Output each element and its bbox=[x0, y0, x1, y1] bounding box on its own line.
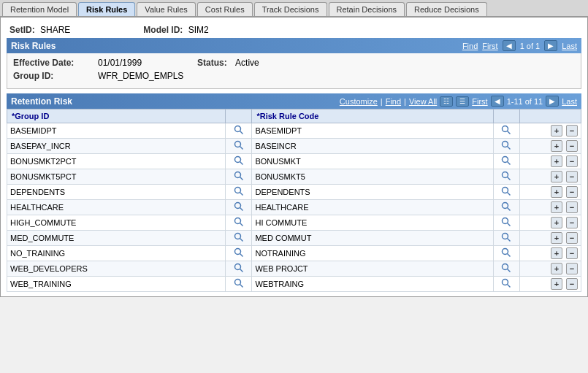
group-search-btn[interactable] bbox=[234, 247, 244, 258]
add-row-btn[interactable]: + bbox=[551, 155, 562, 167]
remove-row-btn[interactable]: − bbox=[566, 186, 578, 198]
customize-link[interactable]: Customize bbox=[340, 97, 378, 106]
group-search-btn[interactable] bbox=[234, 201, 244, 212]
status-value: Active bbox=[235, 58, 259, 68]
risk-rule-cell: BASEINCR bbox=[252, 139, 493, 154]
add-row-btn[interactable]: + bbox=[551, 263, 562, 274]
risk-search-btn[interactable] bbox=[501, 263, 511, 273]
table-last-link[interactable]: Last bbox=[562, 97, 577, 106]
table-row: WEB_TRAINING WEBTRAING bbox=[7, 277, 581, 292]
tab-reduce-decisions[interactable]: Reduce Decisions bbox=[406, 2, 487, 16]
table-row: HIGH_COMMUTE HI COMMUTE bbox=[7, 215, 581, 231]
tab-track-decisions[interactable]: Track Decisions bbox=[254, 2, 327, 16]
risk-search-btn[interactable] bbox=[501, 232, 511, 242]
group-search-btn[interactable] bbox=[234, 171, 244, 181]
svg-point-4 bbox=[234, 142, 240, 147]
group-search-icon-cell bbox=[225, 231, 252, 246]
add-row-btn[interactable]: + bbox=[551, 278, 562, 290]
table-first-link[interactable]: First bbox=[472, 97, 487, 106]
add-row-btn[interactable]: + bbox=[551, 140, 562, 152]
risk-rules-find[interactable]: Find bbox=[462, 42, 478, 50]
group-search-btn[interactable] bbox=[234, 140, 244, 150]
remove-row-btn[interactable]: − bbox=[566, 140, 578, 152]
action-cell: + − bbox=[520, 261, 581, 277]
svg-point-16 bbox=[234, 188, 240, 193]
effective-date-value: 01/01/1999 bbox=[98, 58, 142, 68]
add-row-btn[interactable]: + bbox=[551, 171, 562, 182]
tab-retain-decisions[interactable]: Retain Decisions bbox=[329, 2, 405, 16]
svg-line-39 bbox=[508, 269, 511, 272]
group-id-cell: MED_COMMUTE bbox=[7, 231, 226, 246]
tab-bar: Retention Model Risk Rules Value Rules C… bbox=[0, 0, 588, 17]
risk-search-btn[interactable] bbox=[501, 186, 511, 196]
col-header-group-id: *Group ID bbox=[7, 109, 226, 123]
svg-point-38 bbox=[503, 264, 508, 270]
risk-search-btn[interactable] bbox=[501, 140, 511, 150]
risk-search-btn[interactable] bbox=[501, 201, 511, 212]
action-cell: + − bbox=[520, 169, 581, 185]
content-area: SetID: SHARE Model ID: SIM2 Risk Rules F… bbox=[0, 17, 588, 297]
add-row-btn[interactable]: + bbox=[551, 186, 562, 198]
svg-line-37 bbox=[240, 269, 243, 272]
remove-row-btn[interactable]: − bbox=[566, 201, 578, 213]
risk-rules-title: Risk Rules bbox=[11, 41, 56, 51]
add-row-btn[interactable]: + bbox=[551, 247, 562, 259]
svg-point-26 bbox=[503, 218, 508, 224]
add-row-btn[interactable]: + bbox=[551, 217, 562, 228]
tab-cost-rules[interactable]: Cost Rules bbox=[197, 2, 253, 16]
risk-search-btn[interactable] bbox=[501, 155, 511, 166]
find-link[interactable]: Find bbox=[386, 97, 401, 106]
group-search-btn[interactable] bbox=[234, 155, 244, 166]
svg-point-30 bbox=[503, 234, 508, 239]
tab-retention-model[interactable]: Retention Model bbox=[2, 2, 77, 16]
risk-search-btn[interactable] bbox=[501, 217, 511, 227]
svg-point-20 bbox=[234, 203, 240, 209]
add-row-btn[interactable]: + bbox=[551, 232, 562, 244]
risk-search-btn[interactable] bbox=[501, 278, 511, 288]
remove-row-btn[interactable]: − bbox=[566, 247, 578, 259]
table-next-btn[interactable]: ▶ bbox=[546, 96, 559, 107]
remove-row-btn[interactable]: − bbox=[566, 125, 578, 136]
group-search-btn[interactable] bbox=[234, 278, 244, 288]
table-row: NO_TRAINING NOTRAINING bbox=[7, 246, 581, 261]
remove-row-btn[interactable]: − bbox=[566, 217, 578, 228]
group-search-btn[interactable] bbox=[234, 217, 244, 227]
remove-row-btn[interactable]: − bbox=[566, 232, 578, 244]
risk-rule-cell: DEPENDENTS bbox=[252, 185, 493, 200]
risk-search-btn[interactable] bbox=[501, 247, 511, 258]
view-all-link[interactable]: View All bbox=[409, 97, 437, 106]
svg-line-25 bbox=[240, 223, 243, 226]
risk-rules-prev-btn[interactable]: ◀ bbox=[503, 40, 516, 51]
risk-search-icon-cell bbox=[493, 200, 520, 215]
action-cell: + − bbox=[520, 246, 581, 261]
group-search-btn[interactable] bbox=[234, 125, 244, 135]
remove-row-btn[interactable]: − bbox=[566, 171, 578, 182]
remove-row-btn[interactable]: − bbox=[566, 155, 578, 167]
action-cell: + − bbox=[520, 277, 581, 292]
table-icon-btn[interactable]: ☰ bbox=[456, 96, 469, 107]
risk-search-btn[interactable] bbox=[501, 171, 511, 181]
svg-line-3 bbox=[508, 131, 511, 134]
grid-icon-btn[interactable]: ☷ bbox=[440, 96, 453, 107]
group-search-btn[interactable] bbox=[234, 186, 244, 196]
group-search-btn[interactable] bbox=[234, 232, 244, 242]
remove-row-btn[interactable]: − bbox=[566, 263, 578, 274]
tab-value-rules[interactable]: Value Rules bbox=[137, 2, 196, 16]
table-prev-btn[interactable]: ◀ bbox=[491, 96, 504, 107]
svg-line-15 bbox=[508, 177, 511, 180]
risk-rules-first[interactable]: First bbox=[482, 42, 497, 50]
group-search-btn[interactable] bbox=[234, 263, 244, 273]
svg-line-29 bbox=[240, 239, 243, 242]
retention-risk-title: Retention Risk bbox=[11, 96, 72, 107]
add-row-btn[interactable]: + bbox=[551, 125, 562, 136]
risk-rules-next-btn[interactable]: ▶ bbox=[544, 40, 557, 51]
group-search-icon-cell bbox=[225, 185, 252, 200]
risk-search-btn[interactable] bbox=[501, 125, 511, 135]
svg-point-0 bbox=[234, 126, 240, 132]
group-search-icon-cell bbox=[225, 277, 252, 292]
add-row-btn[interactable]: + bbox=[551, 201, 562, 213]
status-label: Status: bbox=[197, 58, 227, 68]
tab-risk-rules[interactable]: Risk Rules bbox=[78, 2, 135, 16]
remove-row-btn[interactable]: − bbox=[566, 278, 578, 290]
risk-rules-last[interactable]: Last bbox=[562, 42, 577, 50]
